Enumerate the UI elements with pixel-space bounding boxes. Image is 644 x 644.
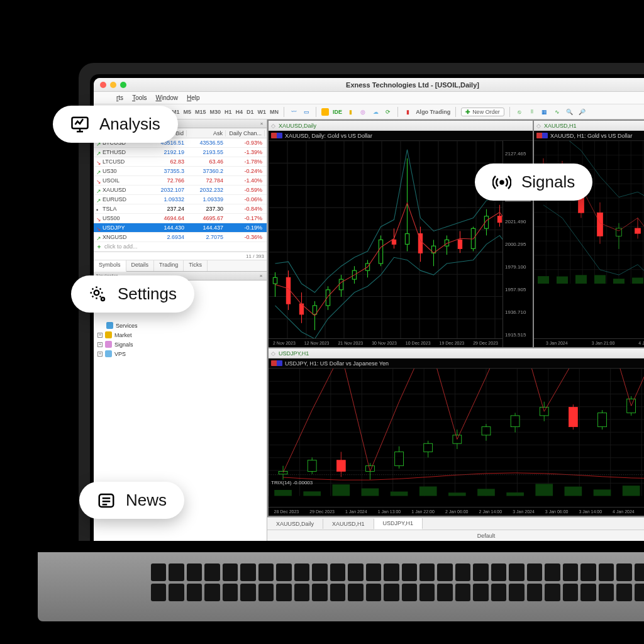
- market-watch-row[interactable]: ↗ETHUSD2192.192193.55-1.39%: [94, 148, 267, 157]
- chart-window-icon[interactable]: ∿: [553, 108, 562, 116]
- pill-news[interactable]: News: [79, 482, 184, 519]
- timeframe-button[interactable]: MN: [270, 109, 279, 115]
- shopping-bag-icon[interactable]: ▮: [346, 108, 355, 116]
- chart-tab[interactable]: ◇ XAUUSD,Daily: [269, 121, 533, 131]
- chart-tab[interactable]: ◇ XAUUSD,H1: [534, 121, 644, 131]
- signals-icon[interactable]: ◎: [358, 108, 367, 116]
- timeframe-button[interactable]: M15: [195, 109, 206, 115]
- chart-tab-label: USDJPY,H1: [279, 350, 309, 357]
- gear-icon: [89, 285, 108, 304]
- chart-tab-button[interactable]: XAUUSD,Daily: [267, 519, 323, 529]
- market-icon[interactable]: [321, 108, 329, 116]
- navigator-item[interactable]: +VPS: [97, 349, 263, 358]
- depth-icon[interactable]: ⫴: [528, 108, 536, 116]
- add-symbol-row[interactable]: ＋ click to add...: [94, 242, 267, 252]
- svg-rect-53: [326, 290, 330, 306]
- chart-tab-button[interactable]: USDJPY,H1: [374, 518, 423, 530]
- template-icon[interactable]: ▭: [302, 108, 311, 116]
- timeframe-button[interactable]: M30: [210, 109, 221, 115]
- indicator-icon[interactable]: 〰: [289, 108, 298, 116]
- timeframe-button[interactable]: W1: [258, 109, 267, 115]
- timeframe-button[interactable]: D1: [247, 109, 254, 115]
- chart-pane-usdjpy-h1: ◇ USDJPY,H1 USDJPY, H1: US Dollar vs Jap…: [269, 348, 644, 516]
- market-watch-row[interactable]: ↘USOIL72.76672.784-1.40%: [94, 176, 267, 186]
- tab-trading[interactable]: Trading: [154, 260, 184, 271]
- new-order-button[interactable]: ✚ New Order: [461, 108, 504, 116]
- chart-tab[interactable]: ◇ USDJPY,H1: [269, 348, 644, 358]
- titlebar: Exness Technologies Ltd - [USOIL,Daily]: [94, 78, 644, 92]
- tab-details[interactable]: Details: [126, 260, 155, 271]
- navigator-item[interactable]: Services: [97, 321, 263, 330]
- svg-rect-45: [273, 277, 277, 284]
- add-symbol-placeholder: click to add...: [104, 243, 138, 250]
- ide-button[interactable]: IDE: [333, 109, 342, 115]
- tab-symbols[interactable]: Symbols: [94, 260, 126, 272]
- pill-analysis[interactable]: Analysis: [53, 106, 178, 143]
- zoom-in-icon[interactable]: 🔍: [565, 108, 574, 116]
- chart-minimize-icon[interactable]: ◇: [536, 123, 541, 129]
- pill-label: Settings: [118, 284, 177, 304]
- svg-point-206: [501, 180, 504, 184]
- svg-rect-197: [598, 413, 607, 426]
- autotrade-icon[interactable]: ⎋: [515, 108, 524, 116]
- pill-signals[interactable]: Signals: [475, 164, 592, 201]
- zoom-out-icon[interactable]: 🔎: [578, 108, 587, 116]
- svg-rect-110: [575, 275, 587, 284]
- svg-rect-191: [511, 416, 519, 427]
- col-ask[interactable]: Ask: [187, 130, 226, 136]
- menu-item[interactable]: rts: [116, 94, 123, 101]
- chart-tab-label: XAUUSD,H1: [544, 123, 577, 129]
- market-watch-row[interactable]: ↗XNGUSD2.69342.7075-0.36%: [94, 233, 267, 242]
- timeframe-button[interactable]: H4: [236, 109, 243, 115]
- svg-rect-168: [535, 484, 553, 496]
- close-icon[interactable]: ×: [258, 121, 265, 126]
- menu-item[interactable]: Window: [155, 94, 178, 101]
- chart-canvas[interactable]: TRIX(14) -0.00003 28 Dec 202329 Dec 2023…: [269, 369, 644, 516]
- market-watch-footer: 11 / 393: [94, 252, 267, 260]
- menu-item[interactable]: Tools: [132, 94, 147, 101]
- maximize-window-icon[interactable]: [120, 82, 126, 88]
- plus-icon: ✚: [465, 109, 470, 115]
- tab-ticks[interactable]: Ticks: [184, 260, 208, 271]
- chart-minimize-icon[interactable]: ◇: [271, 350, 275, 357]
- chart-title: XAUUSD, Daily: Gold vs US Dollar: [285, 133, 372, 139]
- svg-rect-167: [506, 492, 524, 496]
- minimize-window-icon[interactable]: [110, 82, 116, 88]
- pill-label: News: [126, 491, 167, 510]
- close-icon[interactable]: ×: [258, 273, 264, 279]
- chart-minimize-icon[interactable]: ◇: [271, 123, 275, 129]
- svg-rect-111: [594, 275, 606, 284]
- market-watch-row[interactable]: ↗XAUUSD2032.1072032.232-0.59%: [94, 186, 267, 195]
- market-watch-tabs: Symbols Details Trading Ticks: [94, 260, 267, 272]
- svg-rect-79: [497, 216, 501, 223]
- market-watch-row[interactable]: ↘US5004694.644695.67-0.17%: [94, 214, 267, 223]
- market-watch-row[interactable]: •TSLA237.24237.30-0.84%: [94, 204, 267, 214]
- chart-pane-xauusd-h1: ◇ XAUUSD,H1 XAUUSD, H1: Gold vs US Dolla…: [534, 121, 644, 347]
- market-watch-row[interactable]: ↘USDJPY144.430144.437-0.19%: [94, 223, 267, 233]
- navigator-item[interactable]: +Market: [97, 330, 263, 340]
- navigator-item[interactable]: +Signals: [97, 340, 263, 349]
- market-watch-row[interactable]: ↗EURUSD1.093321.09339-0.06%: [94, 195, 267, 204]
- chart-tab-button[interactable]: XAUUSD,H1: [323, 519, 374, 529]
- pair-flag-icon: [536, 133, 548, 138]
- refresh-icon[interactable]: ⟳: [384, 108, 392, 116]
- timeframe-button[interactable]: H1: [225, 109, 232, 115]
- grid-icon[interactable]: ▦: [540, 108, 549, 116]
- pill-settings[interactable]: Settings: [71, 275, 194, 313]
- svg-rect-159: [274, 490, 292, 496]
- algo-trading-button[interactable]: Algo Trading: [416, 109, 450, 115]
- svg-rect-55: [339, 279, 343, 290]
- svg-rect-169: [565, 487, 582, 496]
- algo-stop-icon[interactable]: ▮: [403, 108, 412, 116]
- chart-header: XAUUSD, Daily: Gold vs US Dollar: [269, 131, 533, 141]
- svg-rect-108: [538, 276, 549, 284]
- vps-cloud-icon[interactable]: ☁: [371, 108, 380, 116]
- col-change[interactable]: Daily Chan...: [226, 130, 265, 136]
- close-window-icon[interactable]: [100, 82, 106, 88]
- timeframe-button[interactable]: M5: [184, 109, 192, 115]
- market-watch-row[interactable]: ↗US3037355.337360.2-0.24%: [94, 167, 267, 176]
- new-order-label: New Order: [472, 109, 500, 115]
- svg-rect-73: [458, 240, 462, 248]
- market-watch-row[interactable]: ↘LTCUSD62.8363.46-1.78%: [94, 157, 267, 167]
- menu-item[interactable]: Help: [187, 94, 200, 101]
